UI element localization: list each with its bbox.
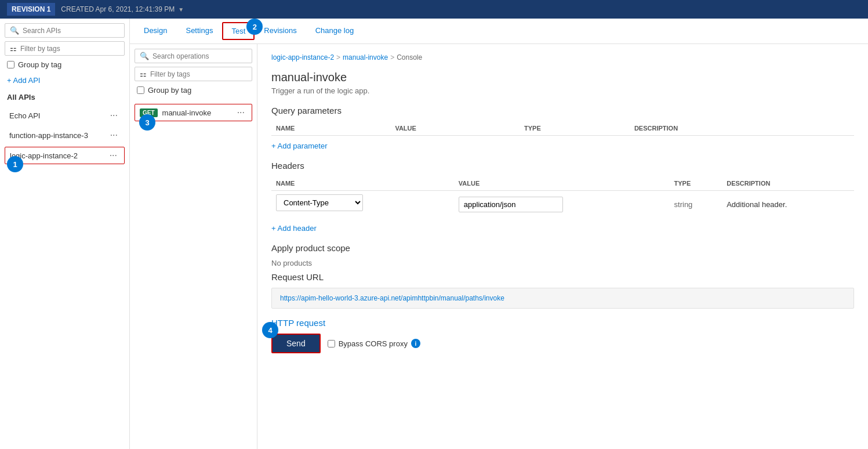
filter-ops-icon: ⚏ [140,70,147,78]
col-value: VALUE [390,121,520,136]
h-col-type: TYPE [670,176,722,191]
query-params-table: NAME VALUE TYPE DESCRIPTION [271,121,854,136]
headers-table: NAME VALUE TYPE DESCRIPTION Content-Typ [271,176,854,218]
step-1-badge: 1 [7,156,23,172]
tab-settings[interactable]: Settings [176,20,222,42]
add-header-button[interactable]: + Add header [271,224,854,233]
tab-bar: Design Settings Test 2 Revisions Change … [130,19,868,44]
breadcrumb-logic-app[interactable]: logic-app-instance-2 [271,53,334,61]
sidebar: 🔍 ⚏ Group by tag + Add API All APIs Echo… [0,19,130,449]
content-type-select[interactable]: Content-Type [276,194,363,211]
top-bar: REVISION 1 CREATED Apr 6, 2021, 12:41:39… [0,0,868,19]
header-row: Content-Type string Addit [271,191,854,219]
col-description: DESCRIPTION [630,121,854,136]
filter-ops-wrap: ⚏ [135,67,252,81]
query-params-title: Query parameters [271,106,854,115]
search-apis-input-wrap: 🔍 [5,23,125,38]
logic-app-menu-button[interactable]: ··· [107,151,119,160]
api-name-echo: Echo API [9,111,40,120]
search-ops-icon: 🔍 [140,52,149,60]
filter-by-tags-wrap: ⚏ [5,41,125,56]
http-request-title: HTTP request [271,318,854,328]
op-group-by-wrap: Group by tag [135,85,252,96]
product-scope-title: Apply product scope [271,243,854,253]
api-name-function: function-app-instance-3 [9,131,88,140]
bypass-cors-label: Bypass CORS proxy i [328,339,420,348]
created-label: CREATED Apr 6, 2021, 12:41:39 PM ▼ [61,5,184,13]
sidebar-item-function-app[interactable]: function-app-instance-3 ··· [5,127,125,143]
search-operations-input[interactable] [152,52,247,60]
op-menu-button[interactable]: ··· [235,108,247,117]
add-api-button[interactable]: + Add API [5,74,125,87]
op-group-by-label: Group by tag [148,86,191,95]
group-by-tag-label: Group by tag [18,60,61,69]
info-icon[interactable]: i [411,339,420,348]
operations-panel: 🔍 ⚏ Group by tag GET manual-invoke [130,44,257,449]
revision-label: REVISION 1 [7,3,55,16]
group-by-tag-checkbox[interactable] [7,61,14,68]
header-type-label: string [674,200,693,209]
header-desc-label: Additional header. [727,200,787,209]
all-apis-label: All APIs [5,90,125,104]
request-url-title: Request URL [271,272,854,282]
breadcrumb-console: Console [397,53,422,61]
col-name: NAME [271,121,390,136]
step-4-badge: 4 [262,322,278,338]
op-name: manual-invoke [162,108,212,117]
h-col-description: DESCRIPTION [722,176,854,191]
search-icon: 🔍 [10,26,19,35]
headers-title: Headers [271,161,854,171]
filter-icon: ⚏ [10,44,17,53]
h-col-name: NAME [271,176,454,191]
search-operations-wrap: 🔍 [135,49,252,63]
filter-by-tags-input[interactable] [20,45,119,53]
step-3-badge: 3 [139,114,155,131]
content-area: Design Settings Test 2 Revisions Change … [130,19,868,449]
op-description: Trigger a run of the logic app. [271,86,854,95]
add-parameter-button[interactable]: + Add parameter [271,142,854,150]
send-row: 4 Send Bypass CORS proxy i [271,334,854,353]
filter-ops-input[interactable] [150,70,247,78]
tab-design[interactable]: Design [135,20,176,42]
h-col-value: VALUE [454,176,670,191]
echo-api-menu-button[interactable]: ··· [108,111,120,120]
no-products-label: No products [271,259,854,267]
send-button[interactable]: Send [271,334,321,353]
op-group-by-checkbox[interactable] [137,86,144,94]
breadcrumb-manual-invoke[interactable]: manual-invoke [343,53,388,61]
header-value-input[interactable] [459,197,563,212]
group-by-tag-wrap: Group by tag [5,59,125,70]
main-layout: 🔍 ⚏ Group by tag + Add API All APIs Echo… [0,19,868,449]
request-url-box: https://apim-hello-world-3.azure-api.net… [271,288,854,309]
function-app-menu-button[interactable]: ··· [108,131,120,140]
bypass-cors-checkbox[interactable] [328,340,335,347]
split-content: 🔍 ⚏ Group by tag GET manual-invoke [130,44,868,449]
detail-panel: logic-app-instance-2 > manual-invoke > C… [257,44,868,449]
chevron-down-icon[interactable]: ▼ [178,6,184,13]
tab-change-log[interactable]: Change log [306,20,364,42]
page-title: manual-invoke [271,71,854,84]
tab-revisions[interactable]: Revisions [255,20,306,42]
breadcrumb: logic-app-instance-2 > manual-invoke > C… [271,53,854,61]
search-apis-input[interactable] [23,27,119,35]
sidebar-item-echo-api[interactable]: Echo API ··· [5,107,125,124]
col-type: TYPE [520,121,630,136]
